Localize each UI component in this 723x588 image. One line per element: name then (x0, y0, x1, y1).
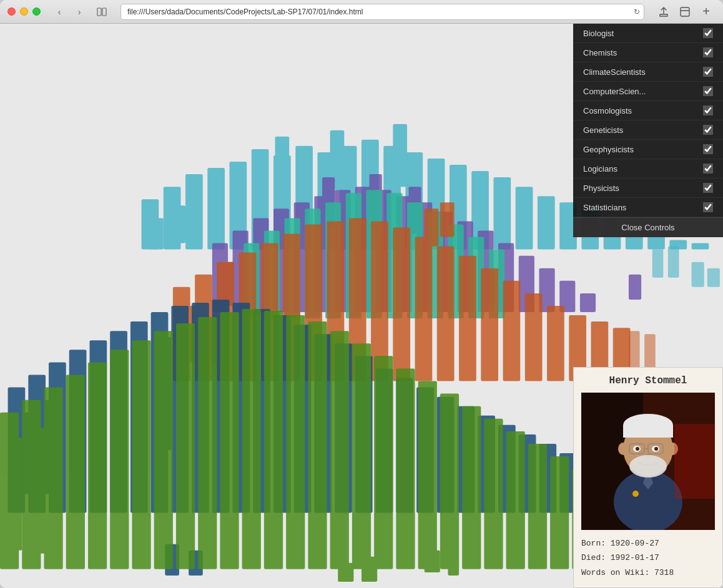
minimize-button[interactable] (20, 7, 28, 16)
svg-point-197 (654, 447, 658, 451)
svg-rect-22 (538, 196, 555, 249)
url-text: file:///Users/dada/Documents/CodeProject… (127, 7, 363, 16)
controls-item-climate: ClimateScientists (573, 62, 723, 82)
controls-panel: Biologist Chemists ClimateScientists Com… (573, 24, 723, 237)
controls-checkbox-computer[interactable] (703, 86, 713, 96)
svg-rect-165 (6, 438, 22, 551)
share-button[interactable] (654, 4, 673, 20)
person-born: Born: 1920-09-27 (581, 536, 715, 551)
svg-rect-200 (674, 424, 715, 499)
controls-label-biologist: Biologist (583, 29, 614, 38)
svg-rect-32 (275, 137, 290, 193)
controls-item-physicists: Physicists (573, 179, 723, 198)
svg-rect-158 (550, 456, 569, 569)
svg-rect-82 (393, 227, 410, 381)
svg-rect-148 (330, 331, 349, 569)
svg-rect-29 (692, 243, 709, 250)
svg-rect-20 (493, 177, 511, 250)
traffic-lights (7, 7, 41, 16)
controls-checkbox-cosmologists[interactable] (703, 105, 713, 115)
controls-checkbox-logicians[interactable] (703, 164, 713, 174)
svg-rect-147 (308, 321, 327, 569)
browser-window: ‹ › file:///Users/dada/Documents/CodePro… (0, 0, 723, 588)
svg-rect-169 (425, 551, 440, 572)
controls-checkbox-climate[interactable] (703, 67, 713, 77)
close-controls-button[interactable]: Close Controls (573, 217, 723, 237)
svg-rect-153 (440, 394, 459, 569)
controls-checkbox-biologist[interactable] (703, 28, 713, 38)
svg-rect-167 (338, 563, 353, 582)
svg-rect-154 (462, 406, 481, 569)
svg-rect-138 (110, 350, 129, 569)
info-panel: Henry Stommel (573, 367, 723, 588)
svg-point-196 (636, 447, 639, 451)
controls-label-cosmologists: Cosmologists (583, 106, 632, 115)
toolbar-right: + (654, 4, 716, 20)
svg-rect-157 (528, 444, 547, 569)
controls-item-computer: ComputerScien... (573, 82, 723, 101)
svg-rect-188 (623, 425, 673, 438)
svg-point-201 (632, 491, 639, 497)
svg-rect-96 (440, 202, 455, 237)
svg-rect-151 (396, 368, 415, 569)
maximize-button[interactable] (32, 7, 41, 16)
controls-checkbox-geneticists[interactable] (703, 125, 713, 135)
address-bar[interactable]: file:///Users/dada/Documents/CodeProject… (120, 4, 644, 20)
controls-label-statisticians: Statisticians (583, 203, 626, 212)
svg-rect-149 (352, 343, 371, 569)
svg-rect-86 (481, 268, 498, 381)
reload-button[interactable]: ↻ (634, 7, 640, 16)
svg-rect-172 (707, 268, 720, 287)
new-tab-button[interactable] (676, 4, 694, 20)
controls-checkbox-statisticians[interactable] (703, 202, 713, 212)
controls-label-logicians: Logicians (583, 164, 617, 174)
svg-rect-89 (547, 306, 564, 381)
controls-item-cosmologists: Cosmologists (573, 101, 723, 120)
svg-rect-142 (198, 317, 217, 569)
svg-rect-177 (644, 334, 656, 368)
svg-rect-170 (448, 560, 459, 576)
svg-rect-6 (185, 174, 203, 250)
svg-rect-137 (88, 362, 107, 569)
svg-rect-7 (207, 168, 225, 250)
svg-rect-0 (97, 8, 101, 16)
svg-rect-176 (629, 331, 640, 368)
page-content: Biologist Chemists ClimateScientists Com… (0, 24, 723, 588)
nav-buttons: ‹ › (51, 5, 88, 19)
controls-checkbox-geophysicists[interactable] (703, 144, 713, 154)
controls-checkbox-chemists[interactable] (703, 47, 713, 57)
svg-rect-83 (415, 237, 433, 381)
reader-button[interactable] (93, 5, 111, 19)
close-button[interactable] (7, 7, 16, 16)
controls-label-geophysicists: Geophysicists (583, 145, 634, 154)
svg-rect-150 (374, 356, 393, 569)
svg-rect-171 (692, 262, 704, 287)
svg-rect-136 (66, 375, 85, 569)
svg-rect-143 (220, 312, 239, 569)
add-tab-button[interactable]: + (697, 4, 716, 20)
svg-rect-140 (154, 331, 173, 569)
svg-rect-88 (525, 293, 543, 381)
svg-rect-174 (652, 250, 664, 278)
controls-label-computer: ComputerScien... (583, 87, 646, 96)
controls-list: Biologist Chemists ClimateScientists Com… (573, 24, 723, 217)
svg-rect-141 (176, 323, 195, 569)
svg-rect-144 (242, 309, 261, 569)
svg-rect-84 (437, 247, 455, 381)
info-stats: Born: 1920-09-27 Died: 1992-01-17 Words … (581, 536, 715, 580)
svg-rect-58 (629, 275, 641, 300)
svg-point-199 (629, 455, 667, 478)
svg-rect-85 (459, 256, 476, 381)
svg-rect-95 (425, 208, 439, 246)
svg-rect-30 (149, 218, 164, 249)
svg-rect-166 (31, 428, 47, 554)
svg-rect-155 (484, 419, 503, 569)
svg-rect-2 (681, 7, 689, 16)
title-bar: ‹ › file:///Users/dada/Documents/CodePro… (0, 0, 723, 24)
controls-label-climate: ClimateScientists (583, 67, 646, 77)
back-button[interactable]: ‹ (51, 5, 68, 19)
forward-button[interactable]: › (71, 5, 88, 19)
controls-checkbox-physicists[interactable] (703, 183, 713, 193)
svg-rect-175 (668, 247, 679, 278)
controls-item-geophysicists: Geophysicists (573, 140, 723, 159)
